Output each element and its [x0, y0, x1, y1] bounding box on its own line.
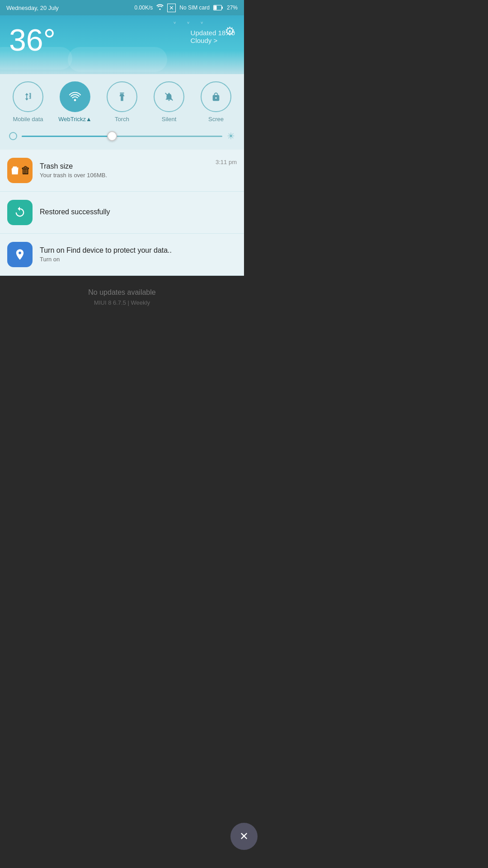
- trash-notif-title: Trash size: [40, 162, 216, 170]
- weather-main: 36° Updated 18:40 Cloudy >: [9, 24, 235, 55]
- trash-notif-time: 3:11 pm: [216, 159, 237, 165]
- battery-percent: 27%: [227, 5, 238, 11]
- brightness-thumb[interactable]: [107, 131, 117, 141]
- notifications-panel: 🗑 Trash size Your trash is over 106MB. 3…: [0, 150, 244, 276]
- notification-find-device[interactable]: Turn on Find device to protect your data…: [0, 234, 244, 276]
- quick-btn-wifi[interactable]: WebTrickz▲: [57, 81, 93, 123]
- status-icons: 0.00K/s ✕ No SIM card 27%: [135, 4, 238, 12]
- brightness-min-icon: [9, 132, 17, 140]
- trash-notif-content: Trash size Your trash is over 106MB.: [40, 162, 216, 179]
- quick-btn-mobile-data[interactable]: Mobile data: [10, 81, 46, 123]
- brightness-track[interactable]: [22, 136, 222, 137]
- miui-version-text: MIUI 8 6.7.5 | Weekly: [9, 299, 235, 306]
- notification-restore[interactable]: Restored successfully: [0, 192, 244, 234]
- svg-rect-2: [221, 7, 223, 9]
- silent-label: Silent: [162, 116, 177, 123]
- sim-status: No SIM card: [179, 5, 210, 11]
- find-device-notif-title: Turn on Find device to protect your data…: [40, 246, 237, 255]
- weather-panel: ᵛ ᵛ ᵛ 36° Updated 18:40 Cloudy > ⚙: [0, 15, 244, 74]
- restore-notif-title: Restored successfully: [40, 208, 237, 216]
- restore-app-icon: [7, 200, 33, 225]
- silent-circle: [154, 81, 184, 112]
- screen-circle: [201, 81, 231, 112]
- quick-btn-screen[interactable]: Scree: [198, 81, 234, 123]
- bottom-area: No updates available MIUI 8 6.7.5 | Week…: [0, 276, 244, 351]
- torch-label: Torch: [115, 116, 129, 123]
- torch-circle: [107, 81, 137, 112]
- svg-rect-5: [10, 166, 12, 168]
- settings-gear-icon[interactable]: ⚙: [225, 24, 235, 38]
- brightness-row[interactable]: ☀: [5, 129, 239, 146]
- restore-notif-content: Restored successfully: [40, 208, 237, 217]
- trash-notif-body: Your trash is over 106MB.: [40, 172, 216, 179]
- battery-icon: [213, 5, 223, 10]
- weather-temperature: 36°: [9, 24, 56, 55]
- quick-buttons-row: Mobile data WebTrickz▲ Torch: [5, 81, 239, 123]
- brightness-fill: [22, 136, 112, 137]
- status-bar: Wednesday, 20 July 0.00K/s ✕ No SIM card…: [0, 0, 244, 15]
- quick-btn-torch[interactable]: Torch: [104, 81, 140, 123]
- quick-btn-silent[interactable]: Silent: [151, 81, 187, 123]
- mobile-data-circle: [13, 81, 43, 112]
- network-speed: 0.00K/s: [135, 5, 153, 11]
- wifi-label: WebTrickz▲: [58, 116, 92, 123]
- notification-trash[interactable]: 🗑 Trash size Your trash is over 106MB. 3…: [0, 150, 244, 192]
- screen-label: Scree: [208, 116, 224, 123]
- no-updates-text: No updates available: [9, 288, 235, 297]
- find-device-notif-body: Turn on: [40, 256, 237, 263]
- svg-point-3: [74, 99, 76, 101]
- quick-settings-panel: Mobile data WebTrickz▲ Torch: [0, 74, 244, 150]
- trash-app-icon: 🗑: [7, 158, 33, 183]
- mobile-data-label: Mobile data: [13, 116, 43, 123]
- sim-x-icon: ✕: [167, 4, 176, 12]
- find-device-app-icon: [7, 242, 33, 267]
- svg-rect-1: [214, 6, 216, 10]
- wifi-circle: [60, 81, 90, 112]
- status-date: Wednesday, 20 July: [6, 5, 59, 11]
- brightness-max-icon: ☀: [227, 131, 235, 142]
- wifi-icon: [156, 4, 164, 11]
- find-device-notif-content: Turn on Find device to protect your data…: [40, 246, 237, 263]
